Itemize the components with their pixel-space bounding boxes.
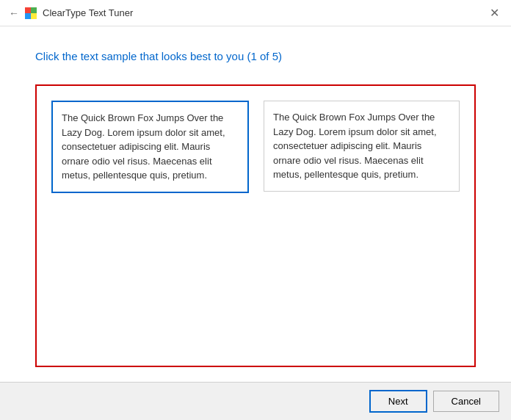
title-bar-left: ← ClearType Text Tuner [9,7,133,19]
instruction-text: Click the text sample that looks best to… [35,50,476,62]
main-content: Click the text sample that looks best to… [0,26,511,382]
svg-rect-3 [31,13,37,19]
footer: Next Cancel [0,382,511,420]
back-button[interactable]: ← [9,7,19,19]
close-button[interactable]: ✕ [487,7,502,19]
svg-rect-1 [31,7,37,13]
app-icon [25,7,37,19]
text-sample-1[interactable]: The Quick Brown Fox Jumps Over the Lazy … [51,101,249,193]
svg-rect-0 [25,7,31,13]
svg-rect-2 [25,13,31,19]
sample-text-2: The Quick Brown Fox Jumps Over the Lazy … [273,112,437,180]
window-title: ClearType Text Tuner [43,7,133,18]
title-bar: ← ClearType Text Tuner ✕ [0,0,511,26]
text-sample-2[interactable]: The Quick Brown Fox Jumps Over the Lazy … [264,101,460,192]
sample-text-1: The Quick Brown Fox Jumps Over the Lazy … [62,112,225,181]
next-button[interactable]: Next [369,390,427,413]
cancel-button[interactable]: Cancel [433,391,499,412]
selection-area: The Quick Brown Fox Jumps Over the Lazy … [35,84,476,367]
